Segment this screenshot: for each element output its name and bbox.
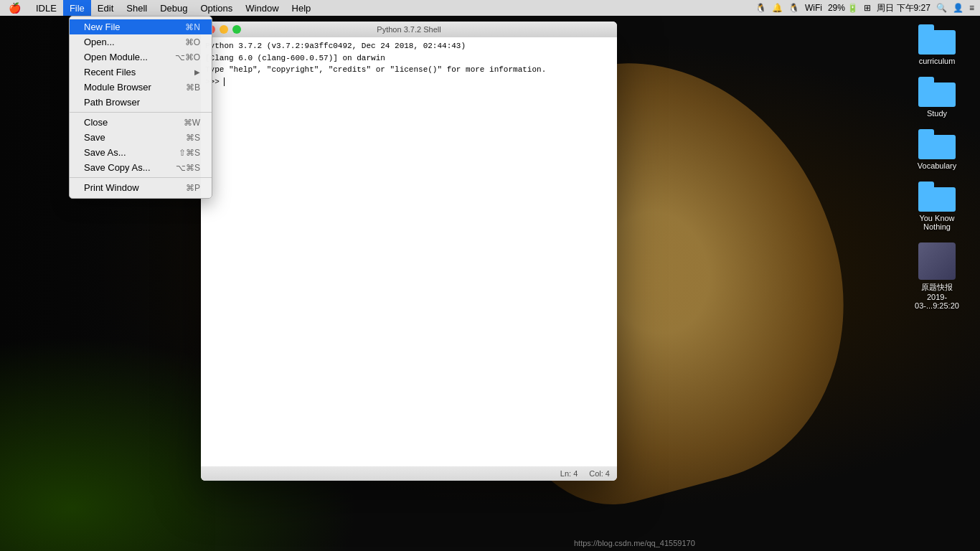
window-statusbar: Ln: 4 Col: 4 (201, 466, 617, 481)
menu-open-module-shortcut: ⌥⌘O (175, 52, 200, 62)
menu-open-shortcut: ⌘O (185, 37, 200, 47)
url-bar: https://blog.csdn.me/qq_41559170 (574, 539, 695, 547)
list-icon[interactable]: ≡ (969, 3, 974, 13)
menu-module-browser-label: Module Browser (84, 82, 171, 93)
menu-save-label: Save (84, 132, 171, 143)
shell-prompt[interactable]: >>> ​ (205, 76, 613, 88)
shell-line-2: [Clang 6.0 (clang-600.0.57)] on darwin (205, 52, 613, 65)
menu-open-module-label: Open Module... (84, 52, 161, 62)
desktop-icon-curriculum[interactable]: curriculum (908, 22, 966, 68)
menu-print-window-label: Print Window (84, 182, 171, 193)
shell-line-1: Python 3.7.2 (v3.7.2:9a3ffc0492, Dec 24 … (205, 40, 613, 52)
menubar-idle[interactable]: IDLE (29, 0, 63, 16)
folder-icon-vocabulary (918, 129, 956, 159)
menu-save-as[interactable]: Save As... ⇧⌘S (70, 145, 212, 160)
menu-save-copy-as-label: Save Copy As... (84, 162, 161, 173)
menu-close-shortcut: ⌘W (184, 118, 200, 128)
menu-separator-2 (70, 177, 212, 178)
menubar-shell[interactable]: Shell (120, 0, 154, 16)
menubar: 🍎 IDLE File Edit Shell Debug Options Win… (0, 0, 980, 16)
file-menu-dropdown: New File ⌘N Open... ⌘O Open Module... ⌥⌘… (69, 16, 212, 199)
desktop-icon-study[interactable]: Study (908, 74, 966, 121)
status-ln: Ln: 4 (560, 469, 578, 478)
menubar-items: IDLE File Edit Shell Debug Options Windo… (29, 0, 317, 16)
menu-path-browser-label: Path Browser (84, 97, 186, 108)
menu-close-label: Close (84, 117, 169, 128)
desktop-icon-vocabulary[interactable]: Vocabulary (908, 126, 966, 173)
apple-menu[interactable]: 🍎 (0, 2, 29, 14)
menubar-options[interactable]: Options (194, 0, 240, 16)
menu-open[interactable]: Open... ⌘O (70, 34, 212, 50)
menu-save-copy-as[interactable]: Save Copy As... ⌥⌘S (70, 160, 212, 175)
window-maximize-button[interactable] (232, 25, 241, 34)
window-minimize-button[interactable] (220, 25, 228, 34)
desktop-icon-curriculum-label: curriculum (919, 57, 956, 65)
menu-open-module[interactable]: Open Module... ⌥⌘O (70, 50, 212, 65)
menu-new-file-label: New File (84, 22, 171, 32)
menu-path-browser[interactable]: Path Browser (70, 95, 212, 110)
menubar-debug[interactable]: Debug (154, 0, 194, 16)
menu-open-label: Open... (84, 37, 171, 47)
url-text: https://blog.csdn.me/qq_41559170 (574, 539, 695, 547)
menu-save[interactable]: Save ⌘S (70, 130, 212, 145)
menu-save-copy-shortcut: ⌥⌘S (176, 163, 200, 173)
menubar-right: 🐧 🔔 🐧 WiFi 29% 🔋 ⊞ 周日 下午9:27 🔍 👤 ≡ (755, 2, 980, 14)
menu-recent-files[interactable]: Recent Files ▶ (70, 65, 212, 80)
menu-new-file[interactable]: New File ⌘N (70, 19, 212, 34)
desktop-icon-you-know-nothing[interactable]: You Know Nothing (908, 179, 966, 234)
desktop-icon-file-label: 原题快报2019-03-...9:25:20 (911, 282, 963, 310)
folder-body (918, 30, 956, 55)
menubar-edit[interactable]: Edit (91, 0, 120, 16)
menu-save-shortcut: ⌘S (186, 133, 200, 143)
folder-body-study (918, 83, 956, 107)
folder-icon-study (918, 77, 956, 107)
shell-content[interactable]: Python 3.7.2 (v3.7.2:9a3ffc0492, Dec 24 … (201, 37, 617, 466)
shell-line-3: Type "help", "copyright", "credits" or "… (205, 64, 613, 76)
idle-window: Python 3.7.2 Shell Python 3.7.2 (v3.7.2:… (201, 22, 617, 481)
folder-icon-curriculum (918, 24, 956, 55)
wifi-icon: WiFi (805, 3, 822, 13)
file-thumb-inner (918, 242, 956, 280)
recent-files-arrow: ▶ (194, 68, 200, 76)
window-titlebar: Python 3.7.2 Shell (201, 22, 617, 37)
menu-save-as-label: Save As... (84, 147, 164, 158)
menu-print-window[interactable]: Print Window ⌘P (70, 180, 212, 195)
folder-body-vocabulary (918, 135, 956, 159)
menu-module-browser[interactable]: Module Browser ⌘B (70, 80, 212, 95)
desktop-icons: curriculum Study Vocabulary You Know Not… (908, 22, 966, 313)
desktop-icon-study-label: Study (927, 109, 947, 118)
folder-body-ykn (918, 187, 956, 212)
menu-save-as-shortcut: ⇧⌘S (179, 148, 200, 158)
qq-icon[interactable]: 🐧 (788, 3, 799, 13)
grid-icon[interactable]: ⊞ (864, 3, 871, 13)
search-icon[interactable]: 🔍 (936, 3, 947, 13)
window-title: Python 3.7.2 Shell (377, 25, 440, 34)
desktop-icon-file-thumb[interactable]: 原题快报2019-03-...9:25:20 (908, 240, 966, 313)
menu-new-file-shortcut: ⌘N (185, 22, 200, 32)
menubar-help[interactable]: Help (286, 0, 318, 16)
datetime: 周日 下午9:27 (877, 2, 930, 14)
file-thumbnail (918, 242, 956, 280)
menu-print-window-shortcut: ⌘P (186, 183, 200, 193)
menubar-file[interactable]: File (63, 0, 91, 16)
desktop-icon-vocabulary-label: Vocabulary (918, 161, 956, 170)
menu-module-browser-shortcut: ⌘B (186, 83, 200, 93)
menubar-window[interactable]: Window (239, 0, 285, 16)
menu-close[interactable]: Close ⌘W (70, 115, 212, 130)
menu-recent-files-label: Recent Files (84, 67, 194, 77)
battery-indicator: 29% 🔋 (828, 3, 858, 13)
folder-icon-you-know-nothing (918, 182, 956, 212)
avatar-icon[interactable]: 👤 (953, 3, 963, 13)
desktop-icon-ykn-label: You Know Nothing (911, 214, 963, 231)
wechat-icon[interactable]: 🐧 (755, 3, 766, 13)
menu-separator-1 (70, 112, 212, 113)
notification-icon[interactable]: 🔔 (772, 3, 783, 13)
status-col: Col: 4 (589, 469, 610, 478)
